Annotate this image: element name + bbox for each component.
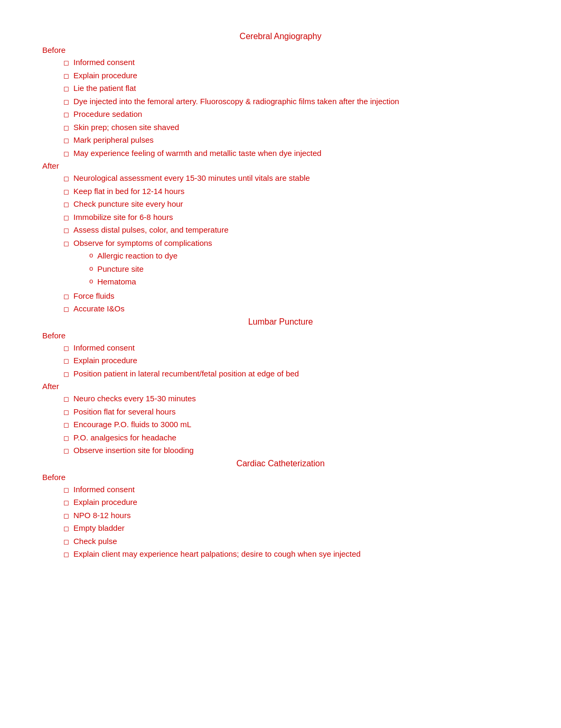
list-item: ◻Empty bladder: [63, 522, 519, 535]
lumbar-before-label: Before: [42, 331, 519, 340]
sub-list-item: oPuncture site: [89, 263, 212, 275]
list-item: ◻Explain client may experience heart pal…: [63, 548, 519, 560]
list-item: ◻Immobilize site for 6-8 hours: [63, 211, 519, 224]
list-item: ◻Check pulse: [63, 536, 519, 548]
bullet-o-icon: o: [89, 263, 93, 274]
bullet-icon: ◻: [63, 485, 69, 495]
bullet-icon: ◻: [63, 343, 69, 354]
list-item: ◻Check puncture site every hour: [63, 198, 519, 210]
list-item: ◻Observe insertion site for blooding: [63, 445, 519, 457]
list-item: ◻Keep flat in bed for 12-14 hours: [63, 186, 519, 198]
bullet-icon: ◻: [63, 291, 69, 302]
bullet-icon: ◻: [63, 433, 69, 444]
cerebral-after-label: After: [42, 161, 519, 170]
bullet-icon: ◻: [63, 109, 69, 120]
lumbar-section: Lumbar Puncture Before ◻Informed consent…: [42, 317, 519, 457]
bullet-icon: ◻: [63, 225, 69, 236]
list-item: ◻Force fluids: [63, 290, 519, 302]
list-item: ◻ Observe for symptoms of complications …: [63, 237, 519, 289]
list-item: ◻Mark peripheral pulses: [63, 134, 519, 146]
bullet-icon: ◻: [63, 58, 69, 68]
cerebral-section: Cerebral Angiography Before ◻Informed co…: [42, 32, 519, 315]
list-item: ◻NPO 8-12 hours: [63, 510, 519, 522]
cardiac-before-list: ◻Informed consent ◻Explain procedure ◻NP…: [42, 484, 519, 560]
list-item: ◻Assess distal pulses, color, and temper…: [63, 224, 519, 236]
bullet-icon: ◻: [63, 187, 69, 197]
bullet-icon: ◻: [63, 135, 69, 146]
bullet-o-icon: o: [89, 276, 93, 287]
sub-list-item: oHematoma: [89, 276, 212, 288]
bullet-o-icon: o: [89, 250, 93, 261]
bullet-icon: ◻: [63, 420, 69, 430]
cardiac-section: Cardiac Catheterization Before ◻Informed…: [42, 459, 519, 560]
list-item: ◻Informed consent: [63, 57, 519, 69]
bullet-icon: ◻: [63, 71, 69, 81]
bullet-icon: ◻: [63, 213, 69, 223]
list-item: ◻May experience feeling of warmth and me…: [63, 148, 519, 160]
lumbar-after-label: After: [42, 382, 519, 391]
bullet-icon: ◻: [63, 356, 69, 366]
bullet-icon: ◻: [63, 523, 69, 534]
list-item: ◻P.O. analgesics for headache: [63, 432, 519, 444]
complications-sub-list: oAllergic reaction to dye oPuncture site…: [73, 250, 212, 288]
lumbar-title: Lumbar Puncture: [42, 317, 519, 327]
list-item: ◻Neurological assessment every 15-30 min…: [63, 172, 519, 185]
bullet-icon: ◻: [63, 97, 69, 107]
bullet-icon: ◻: [63, 394, 69, 404]
bullet-icon: ◻: [63, 407, 69, 418]
list-item: ◻Neuro checks every 15-30 minutes: [63, 393, 519, 405]
bullet-icon: ◻: [63, 511, 69, 521]
bullet-icon: ◻: [63, 173, 69, 184]
bullet-icon: ◻: [63, 238, 69, 249]
sub-list-item: oAllergic reaction to dye: [89, 250, 212, 262]
list-item: ◻Procedure sedation: [63, 108, 519, 121]
cardiac-before-label: Before: [42, 473, 519, 482]
bullet-icon: ◻: [63, 537, 69, 547]
bullet-icon: ◻: [63, 84, 69, 94]
list-item: ◻Explain procedure: [63, 496, 519, 509]
bullet-icon: ◻: [63, 497, 69, 508]
list-item: ◻Lie the patient flat: [63, 82, 519, 95]
bullet-icon: ◻: [63, 446, 69, 456]
list-item: ◻Informed consent: [63, 342, 519, 354]
bullet-icon: ◻: [63, 304, 69, 315]
bullet-icon: ◻: [63, 549, 69, 560]
list-item: ◻Dye injected into the femoral artery. F…: [63, 96, 519, 108]
list-item: ◻Informed consent: [63, 484, 519, 496]
bullet-icon: ◻: [63, 149, 69, 159]
lumbar-after-list: ◻Neuro checks every 15-30 minutes ◻Posit…: [42, 393, 519, 457]
bullet-icon: ◻: [63, 369, 69, 380]
cardiac-title: Cardiac Catheterization: [42, 459, 519, 468]
list-item: ◻Position flat for several hours: [63, 406, 519, 418]
list-item: ◻Position patient in lateral recumbent/f…: [63, 368, 519, 380]
bullet-icon: ◻: [63, 123, 69, 133]
list-item: ◻Accurate I&Os: [63, 303, 519, 315]
list-item: ◻Encourage P.O. fluids to 3000 mL: [63, 419, 519, 431]
bullet-icon: ◻: [63, 199, 69, 210]
cerebral-after-list: ◻Neurological assessment every 15-30 min…: [42, 172, 519, 315]
lumbar-before-list: ◻Informed consent ◻Explain procedure ◻Po…: [42, 342, 519, 380]
list-item: ◻Skin prep; chosen site shaved: [63, 122, 519, 134]
list-item: ◻Explain procedure: [63, 355, 519, 367]
list-item: ◻Explain procedure: [63, 70, 519, 82]
cerebral-before-label: Before: [42, 45, 519, 54]
cerebral-before-list: ◻Informed consent ◻Explain procedure ◻Li…: [42, 57, 519, 159]
cerebral-title: Cerebral Angiography: [42, 32, 519, 41]
